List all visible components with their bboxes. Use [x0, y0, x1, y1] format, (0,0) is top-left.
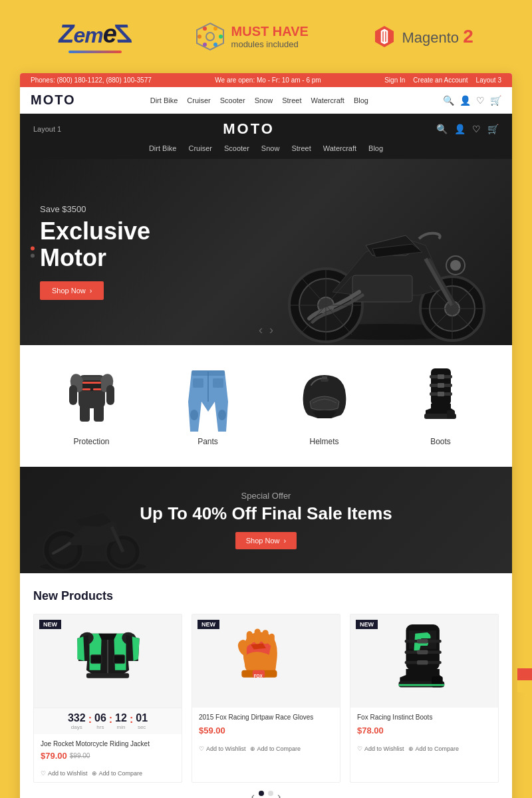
- wishlist-action-2[interactable]: ♡ Add to Wishlist: [199, 745, 246, 752]
- product-badge-3: NEW: [356, 620, 378, 629]
- h2-nav-blog[interactable]: Blog: [368, 144, 383, 152]
- category-protection[interactable]: Protection: [59, 365, 125, 446]
- create-account-link[interactable]: Create an Account: [413, 76, 467, 84]
- prev-page-arrow[interactable]: ‹: [251, 791, 255, 798]
- promo-title: Up To 40% Off Final Sale Items: [140, 503, 392, 524]
- svg-rect-82: [417, 660, 428, 664]
- layout-toggle[interactable]: Layout 1: [33, 125, 61, 133]
- boots-label: Boots: [408, 437, 474, 446]
- user-icon[interactable]: 👤: [460, 95, 471, 106]
- pants-image: [175, 365, 241, 432]
- compare-action-2[interactable]: ⊕ Add to Compare: [250, 745, 301, 752]
- nav-street[interactable]: Street: [282, 96, 301, 104]
- svg-point-4: [219, 35, 223, 39]
- products-pagination: ‹ ›: [33, 783, 499, 798]
- hero-shop-now-button[interactable]: Shop Now ›: [40, 281, 104, 300]
- svg-rect-36: [69, 385, 77, 405]
- swatch-red[interactable]: [517, 668, 532, 680]
- svg-point-19: [450, 260, 461, 271]
- nav-blog[interactable]: Blog: [354, 96, 368, 104]
- h2-nav-cruiser[interactable]: Cruiser: [188, 144, 211, 152]
- helmets-label: Helmets: [291, 437, 358, 446]
- timer-hours-unit: 332 days: [68, 712, 86, 730]
- svg-rect-72: [269, 634, 275, 646]
- layout-dropdown[interactable]: Layout 3: [476, 76, 501, 84]
- h2-nav-dirt-bike[interactable]: Dirt Bike: [149, 144, 177, 152]
- h2-nav-snow[interactable]: Snow: [261, 144, 280, 152]
- product-timer-1: 332 days : 06 hrs : 12 min :: [34, 708, 182, 734]
- nav-watercraft[interactable]: Watercraft: [311, 96, 344, 104]
- h2-nav-scooter[interactable]: Scooter: [224, 144, 249, 152]
- svg-rect-71: [263, 630, 269, 644]
- svg-rect-35: [93, 388, 101, 390]
- h2-user-icon[interactable]: 👤: [454, 124, 466, 134]
- product-actions-3: ♡ Add to Wishlist ⊕ Add to Compare: [350, 741, 498, 757]
- svg-rect-69: [247, 631, 253, 644]
- h2-nav-watercraft[interactable]: Watercraft: [323, 144, 356, 152]
- svg-rect-80: [417, 639, 428, 643]
- product-name-3: Fox Racing Instinct Boots: [357, 713, 491, 722]
- category-pants[interactable]: Pants: [175, 365, 241, 446]
- svg-point-1: [206, 33, 214, 41]
- svg-rect-38: [80, 405, 90, 422]
- product-card-2: NEW: [192, 614, 340, 783]
- arrow-right-icon: ›: [90, 287, 92, 295]
- product-actions-1: ♡ Add to Wishlist ⊕ Add to Compare: [34, 766, 182, 782]
- cart-icon[interactable]: 🛒: [490, 95, 501, 106]
- must-have-badge: MUST HAVE modules included: [196, 22, 309, 51]
- category-helmets[interactable]: Helmets: [291, 365, 358, 446]
- h2-cart-icon[interactable]: 🛒: [487, 124, 499, 134]
- promo-arrow-icon: ›: [284, 537, 287, 545]
- svg-rect-15: [352, 275, 412, 302]
- svg-point-6: [203, 43, 207, 47]
- hero-next-arrow[interactable]: ›: [269, 323, 273, 337]
- h2-nav-street[interactable]: Street: [291, 144, 311, 152]
- compare-action-3[interactable]: ⊕ Add to Compare: [408, 745, 460, 752]
- nav-cruiser[interactable]: Cruiser: [187, 96, 210, 104]
- header-2: Layout 1 MOTO 🔍 👤 ♡ 🛒: [20, 114, 512, 144]
- search-icon[interactable]: 🔍: [443, 95, 454, 106]
- zemes-logo: ZemeZ: [59, 20, 131, 53]
- category-boots[interactable]: Boots: [408, 365, 474, 446]
- wishlist-action-1[interactable]: ♡ Add to Wishlist: [41, 770, 88, 777]
- next-page-arrow[interactable]: ›: [277, 791, 281, 798]
- boots-image: [408, 365, 474, 432]
- page-dot-2[interactable]: [268, 791, 273, 796]
- svg-rect-85: [399, 684, 445, 686]
- protection-image: [59, 365, 125, 432]
- wishlist-action-3[interactable]: ♡ Add to Wishlist: [357, 745, 404, 752]
- svg-point-5: [213, 43, 217, 47]
- promo-special-offer: Special Offer: [140, 491, 392, 501]
- nav-scooter[interactable]: Scooter: [220, 96, 245, 104]
- new-products-section: New Products NEW: [20, 573, 512, 798]
- h2-search-icon[interactable]: 🔍: [436, 124, 448, 134]
- svg-point-2: [203, 27, 207, 31]
- product-card-3: NEW: [350, 614, 499, 783]
- promo-shop-now-button[interactable]: Shop Now ›: [235, 532, 297, 549]
- sign-in-link[interactable]: Sign In: [384, 76, 405, 84]
- preview-wrapper: Phones: (800) 180-1122, (880) 100-3577 W…: [20, 73, 512, 798]
- product-name-2: 2015 Fox Racing Dirtpaw Race Gloves: [199, 713, 333, 722]
- nav-snow[interactable]: Snow: [255, 96, 273, 104]
- h2-wishlist-icon[interactable]: ♡: [472, 124, 481, 134]
- zemes-underline: [68, 51, 122, 53]
- nav-dirt-bike[interactable]: Dirt Bike: [150, 96, 178, 104]
- swatch-yellow[interactable]: [517, 680, 532, 692]
- header-2-nav: Dirt Bike Cruiser Scooter Snow Street Wa…: [20, 144, 512, 159]
- top-bar-phone: Phones: (800) 180-1122, (880) 100-3577: [31, 76, 152, 84]
- must-have-title: MUST HAVE: [231, 23, 309, 39]
- magento-icon: [372, 25, 396, 49]
- svg-rect-37: [106, 385, 114, 405]
- product-badge-1: NEW: [39, 620, 61, 629]
- promo-content: Special Offer Up To 40% Off Final Sale I…: [140, 491, 392, 549]
- compare-action-1[interactable]: ⊕ Add to Compare: [92, 770, 143, 777]
- svg-rect-52: [438, 374, 444, 379]
- protection-label: Protection: [59, 437, 125, 446]
- page-dot-1[interactable]: [259, 791, 264, 796]
- hero-prev-arrow[interactable]: ‹: [259, 323, 263, 337]
- svg-rect-81: [417, 650, 428, 654]
- wishlist-icon[interactable]: ♡: [476, 95, 485, 106]
- svg-rect-42: [213, 378, 223, 388]
- categories-section: Protection: [20, 345, 512, 467]
- products-grid: NEW: [33, 614, 499, 783]
